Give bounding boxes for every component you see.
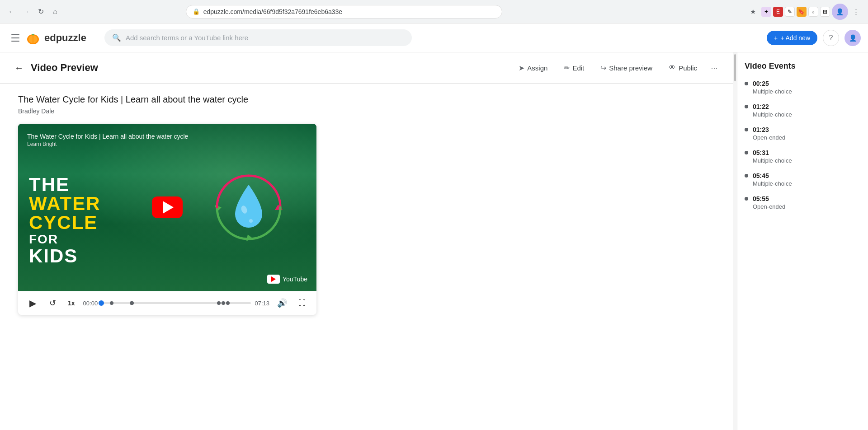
url-text: edpuzzle.com/media/66f9d5f32a7691fe6eb6a… xyxy=(203,8,342,15)
video-content: The Water Cycle for Kids | Learn all abo… xyxy=(0,84,733,326)
edit-icon: ✏ xyxy=(564,64,570,72)
search-icon: 🔍 xyxy=(112,33,121,42)
event-time-5: 05:55 xyxy=(753,195,785,202)
home-button[interactable]: ⌂ xyxy=(49,5,61,18)
event-item-1[interactable]: 01:22 Multiple-choice xyxy=(745,103,861,118)
browser-menu-button[interactable]: ⋮ xyxy=(850,5,863,18)
play-button-overlay[interactable] xyxy=(152,196,183,218)
video-text-cycle: CYCLE xyxy=(29,213,156,232)
assign-button[interactable]: ➤ Assign xyxy=(511,60,555,76)
public-button[interactable]: 👁 Public xyxy=(661,60,704,75)
eye-icon: 👁 xyxy=(669,64,676,72)
logo-area: edpuzzle xyxy=(25,30,86,46)
progress-container: 00:00 07:13 xyxy=(83,300,269,307)
header-right: + + Add new ? 👤 xyxy=(767,30,861,46)
page-title: Video Preview xyxy=(31,62,98,74)
volume-icon: 🔊 xyxy=(277,298,287,308)
event-type-1: Multiple-choice xyxy=(753,111,792,118)
bookmark-button[interactable]: ★ xyxy=(747,5,760,18)
event-item-0[interactable]: 00:25 Multiple-choice xyxy=(745,80,861,95)
video-toolbar: ← Video Preview ➤ Assign ✏ Edit ↪ Share … xyxy=(0,52,733,84)
more-icon: ··· xyxy=(711,63,717,73)
event-dot-2 xyxy=(745,128,748,131)
event-time-4: 05:45 xyxy=(753,172,792,179)
video-text-for: FOR xyxy=(29,232,156,247)
svg-marker-8 xyxy=(246,234,252,241)
event-type-4: Multiple-choice xyxy=(753,180,792,187)
video-thumbnail[interactable]: The Water Cycle for Kids | Learn all abo… xyxy=(18,124,316,291)
play-control-button[interactable]: ▶ xyxy=(25,296,40,310)
help-button[interactable]: ? xyxy=(823,30,839,46)
browser-profile-avatar[interactable]: 👤 xyxy=(832,4,848,20)
ext-icon-5[interactable]: ⬦ xyxy=(808,7,818,17)
add-new-icon: + xyxy=(774,34,778,42)
volume-button[interactable]: 🔊 xyxy=(275,296,289,310)
replay-icon: ↺ xyxy=(49,298,56,308)
edit-button[interactable]: ✏ Edit xyxy=(557,60,591,76)
more-options-button[interactable]: ··· xyxy=(706,60,722,76)
toolbar-actions: ➤ Assign ✏ Edit ↪ Share preview 👁 Public… xyxy=(511,60,722,76)
current-time: 00:00 xyxy=(83,300,98,307)
event-list: 00:25 Multiple-choice 01:22 Multiple-cho… xyxy=(745,80,861,210)
video-subtitle-channel: Learn Bright xyxy=(27,141,188,147)
share-icon: ↪ xyxy=(600,64,606,72)
add-new-button[interactable]: + + Add new xyxy=(767,31,817,45)
back-button[interactable]: ← xyxy=(11,60,27,76)
video-player-wrapper: The Water Cycle for Kids | Learn all abo… xyxy=(18,124,316,315)
browser-chrome: ← → ↻ ⌂ 🔒 edpuzzle.com/media/66f9d5f32a7… xyxy=(0,0,868,23)
event-info-0: 00:25 Multiple-choice xyxy=(753,80,792,95)
scrollbar-thumb xyxy=(734,54,736,81)
search-bar[interactable]: 🔍 xyxy=(104,29,412,46)
event-item-5[interactable]: 05:55 Open-ended xyxy=(745,195,861,210)
main-scrollbar[interactable] xyxy=(733,52,737,430)
search-input[interactable] xyxy=(126,34,404,42)
user-avatar[interactable]: 👤 xyxy=(844,30,861,46)
event-item-3[interactable]: 05:31 Multiple-choice xyxy=(745,149,861,164)
ext-icon-2[interactable]: E xyxy=(773,7,783,17)
event-marker-3 xyxy=(130,301,134,305)
ext-icon-3[interactable]: ✎ xyxy=(785,7,795,17)
back-nav-button[interactable]: ← xyxy=(5,5,18,18)
video-author: Bradley Dale xyxy=(18,108,715,115)
browser-actions: ★ ✦ E ✎ 🔖 ⬦ ⊞ 👤 ⋮ xyxy=(747,4,863,20)
speed-button[interactable]: 1x xyxy=(65,298,78,308)
youtube-icon xyxy=(267,275,280,284)
event-info-1: 01:22 Multiple-choice xyxy=(753,103,792,118)
help-icon: ? xyxy=(829,34,833,42)
event-dot-3 xyxy=(745,151,748,154)
progress-bar[interactable] xyxy=(101,302,251,304)
ext-icon-4[interactable]: 🔖 xyxy=(797,7,807,17)
hamburger-menu-button[interactable] xyxy=(7,30,24,46)
address-bar[interactable]: 🔒 edpuzzle.com/media/66f9d5f32a7691fe6eb… xyxy=(186,5,502,19)
browser-nav-buttons: ← → ↻ ⌂ xyxy=(5,5,61,18)
share-preview-label: Share preview xyxy=(609,64,652,72)
event-type-0: Multiple-choice xyxy=(753,88,792,95)
lock-icon: 🔒 xyxy=(193,8,200,15)
fullscreen-button[interactable]: ⛶ xyxy=(295,296,309,310)
progress-dot xyxy=(99,300,104,306)
event-item-2[interactable]: 01:23 Open-ended xyxy=(745,126,861,141)
forward-nav-button[interactable]: → xyxy=(20,5,33,18)
svg-point-10 xyxy=(249,219,253,223)
logo-text: edpuzzle xyxy=(44,32,86,44)
video-subtitle-title: The Water Cycle for Kids | Learn all abo… xyxy=(27,133,188,140)
video-controls: ▶ ↺ 1x 00:00 xyxy=(18,291,316,315)
ext-icon-6[interactable]: ⊞ xyxy=(820,7,830,17)
event-dot-0 xyxy=(745,82,748,85)
video-text-the: THE xyxy=(29,175,156,194)
replay-button[interactable]: ↺ xyxy=(45,296,60,310)
youtube-logo: YouTube xyxy=(267,275,307,284)
event-item-4[interactable]: 05:45 Multiple-choice xyxy=(745,172,861,187)
assign-label: Assign xyxy=(527,64,547,72)
reload-button[interactable]: ↻ xyxy=(34,5,47,18)
event-dot-4 xyxy=(745,174,748,178)
event-type-5: Open-ended xyxy=(753,203,785,210)
ext-icon-1[interactable]: ✦ xyxy=(761,7,771,17)
share-preview-button[interactable]: ↪ Share preview xyxy=(593,60,660,76)
event-type-2: Open-ended xyxy=(753,134,785,141)
app-header: edpuzzle 🔍 + + Add new ? 👤 xyxy=(0,23,868,52)
edit-label: Edit xyxy=(572,64,584,72)
assign-icon: ➤ xyxy=(519,64,524,72)
fullscreen-icon: ⛶ xyxy=(298,299,306,307)
main-panel: ← Video Preview ➤ Assign ✏ Edit ↪ Share … xyxy=(0,52,733,430)
